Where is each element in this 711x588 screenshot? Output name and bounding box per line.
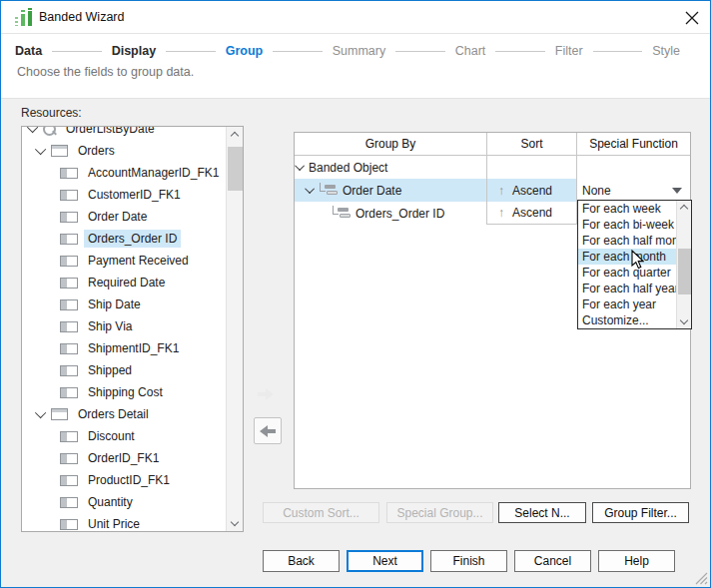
step-connector xyxy=(395,51,445,52)
column-header-group-by[interactable]: Group By xyxy=(295,133,487,156)
sort-cell[interactable] xyxy=(487,156,577,179)
back-button[interactable]: Back xyxy=(263,550,340,572)
column-icon xyxy=(60,519,78,530)
tree-item-accountmanagerid[interactable]: AccountManagerID_FK1 xyxy=(22,162,227,184)
scroll-down-icon[interactable] xyxy=(227,515,244,531)
chevron-down-icon[interactable] xyxy=(27,126,38,133)
special-group-button: Special Group... xyxy=(386,502,493,523)
wizard-content: Resources: OrderListByDate Orders Accoun… xyxy=(1,98,710,588)
row-label: Banded Object xyxy=(309,161,387,175)
chevron-down-icon[interactable] xyxy=(295,161,305,171)
dropdown-option-for-each-half-year[interactable]: For each half year xyxy=(578,281,691,296)
tree-item-label: Orders_Order ID xyxy=(84,230,181,248)
tree-item-orders-order-id[interactable]: Orders_Order ID xyxy=(22,228,227,250)
arrow-left-icon xyxy=(259,424,277,438)
tree-item-quantity[interactable]: Quantity xyxy=(22,491,227,513)
chevron-down-icon[interactable] xyxy=(35,144,46,155)
scroll-down-icon[interactable] xyxy=(677,314,692,328)
combobox-arrow-icon[interactable] xyxy=(672,188,682,194)
tree-item-discount[interactable]: Discount xyxy=(22,425,227,447)
column-icon xyxy=(60,343,78,354)
remove-field-button[interactable] xyxy=(254,417,282,444)
tree-item-ship-via[interactable]: Ship Via xyxy=(22,315,227,337)
step-summary[interactable]: Summary xyxy=(333,44,385,58)
dropdown-option-for-each-bi-week[interactable]: For each bi-week xyxy=(578,217,691,233)
tree-item-unit-price[interactable]: Unit Price xyxy=(22,513,227,532)
table-row-order-date[interactable]: Order Date ↑Ascend None xyxy=(295,179,690,202)
column-icon xyxy=(60,212,78,223)
scroll-up-icon[interactable] xyxy=(227,127,244,143)
tree-item-payment-received[interactable]: Payment Received xyxy=(22,250,227,272)
sort-cell[interactable]: ↑Ascend xyxy=(487,202,577,225)
scrollbar-thumb[interactable] xyxy=(228,147,243,191)
sort-ascend-icon: ↑ xyxy=(498,206,504,220)
group-band-icon xyxy=(332,207,351,221)
tree-item-ship-date[interactable]: Ship Date xyxy=(22,294,227,315)
resize-grip[interactable] xyxy=(695,572,708,585)
sort-cell[interactable]: ↑Ascend xyxy=(487,179,577,202)
tree-item-shipping-cost[interactable]: Shipping Cost xyxy=(22,381,227,403)
group-band-icon xyxy=(319,184,338,198)
tree-item-label: Quantity xyxy=(84,493,137,511)
group-table-header: Group By Sort Special Function xyxy=(295,133,690,156)
group-filter-button[interactable]: Group Filter... xyxy=(592,502,689,523)
dropdown-option-for-each-week[interactable]: For each week xyxy=(578,201,691,217)
title-bar: Banded Wizard xyxy=(1,1,710,34)
scroll-up-icon[interactable] xyxy=(677,201,692,215)
column-icon xyxy=(60,387,78,398)
column-header-sort[interactable]: Sort xyxy=(487,133,577,156)
banded-wizard-dialog: Banded Wizard Data Display Group Summary… xyxy=(0,0,711,588)
dropdown-option-customize[interactable]: Customize... xyxy=(578,312,691,328)
finish-button[interactable]: Finish xyxy=(430,550,507,572)
query-icon xyxy=(43,126,56,136)
step-connector xyxy=(52,51,102,52)
chevron-down-icon[interactable] xyxy=(305,184,315,194)
cancel-button[interactable]: Cancel xyxy=(514,550,591,572)
step-style[interactable]: Style xyxy=(652,44,680,58)
chevron-down-icon[interactable] xyxy=(35,407,46,418)
help-button[interactable]: Help xyxy=(598,550,675,572)
tree-item-orders-detail[interactable]: Orders Detail xyxy=(22,403,227,425)
tree-item-label: Ship Date xyxy=(84,295,145,313)
tree-item-shipmentid[interactable]: ShipmentID_FK1 xyxy=(22,337,227,359)
tree-scrollbar[interactable] xyxy=(226,127,243,531)
column-icon xyxy=(60,299,78,310)
tree-item-label: Orders xyxy=(74,142,119,160)
column-icon xyxy=(60,190,78,201)
tree-item-orderlistbydate[interactable]: OrderListByDate xyxy=(22,126,227,140)
column-header-special-function[interactable]: Special Function xyxy=(577,133,690,156)
tree-item-shipped[interactable]: Shipped xyxy=(22,359,227,381)
step-data[interactable]: Data xyxy=(15,44,42,58)
step-filter[interactable]: Filter xyxy=(555,44,583,58)
tree-item-orderid[interactable]: OrderID_FK1 xyxy=(22,447,227,469)
step-connector xyxy=(273,51,323,52)
add-field-button[interactable] xyxy=(252,381,279,406)
tree-item-required-date[interactable]: Required Date xyxy=(22,272,227,294)
tree-item-label: OrderID_FK1 xyxy=(84,449,163,467)
special-function-combobox[interactable]: None xyxy=(577,179,690,202)
dropdown-option-for-each-half-month[interactable]: For each half month xyxy=(578,233,691,249)
wizard-steps: Data Display Group Summary Chart Filter … xyxy=(1,41,710,61)
dropdown-option-for-each-year[interactable]: For each year xyxy=(578,296,691,312)
tree-item-order-date[interactable]: Order Date xyxy=(22,206,227,228)
step-connector xyxy=(166,51,216,52)
next-button[interactable]: Next xyxy=(347,550,423,572)
table-row-banded-object[interactable]: Banded Object xyxy=(295,156,690,179)
column-icon xyxy=(60,497,78,508)
close-icon[interactable] xyxy=(680,6,704,30)
step-group[interactable]: Group xyxy=(226,44,264,58)
tree-item-productid[interactable]: ProductID_FK1 xyxy=(22,469,227,491)
tree-item-customerid[interactable]: CustomerID_FK1 xyxy=(22,184,227,206)
step-display[interactable]: Display xyxy=(112,44,156,58)
step-chart[interactable]: Chart xyxy=(455,44,486,58)
select-n-button[interactable]: Select N... xyxy=(498,502,586,523)
tree-item-orders[interactable]: Orders xyxy=(22,140,227,162)
table-icon xyxy=(51,408,68,420)
scrollbar-thumb[interactable] xyxy=(678,249,691,294)
column-icon xyxy=(60,453,78,464)
step-connector xyxy=(495,51,545,52)
tree-item-label: ShipmentID_FK1 xyxy=(84,339,183,357)
special-function-cell[interactable] xyxy=(577,156,690,179)
combobox-value: None xyxy=(582,184,611,198)
dropdown-scrollbar[interactable] xyxy=(676,201,691,328)
